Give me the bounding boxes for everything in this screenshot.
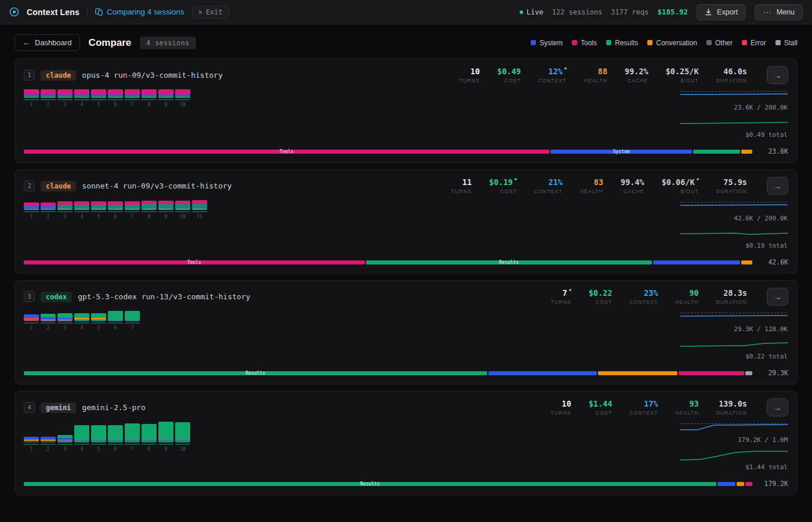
results-segment: [91, 313, 106, 318]
exit-button[interactable]: × Exit: [192, 6, 229, 19]
ellipsis-icon: ···: [763, 8, 772, 16]
turn-bar-stack: [41, 202, 56, 210]
stat-value: $0.19: [489, 178, 517, 186]
legend-item-system[interactable]: System: [531, 39, 563, 47]
turn-baseline: [91, 211, 106, 212]
stat-cost: $1.44COST: [589, 400, 612, 416]
turn-baseline: [108, 444, 123, 445]
session-index-badge: 4: [24, 402, 35, 413]
stat-value: $0.49: [497, 67, 521, 75]
tools-total-segment: [745, 482, 752, 486]
turn-baseline: [158, 444, 173, 445]
token-distribution-bar: ToolsResults: [24, 260, 752, 264]
turn-number: 6: [108, 447, 123, 452]
stat-label: COST: [596, 299, 612, 305]
turn-bar-stack: [108, 425, 123, 443]
turn-bar-stack: [91, 313, 106, 321]
back-to-dashboard-button[interactable]: ← Dashboard: [14, 34, 80, 51]
stat-value: 10: [470, 67, 480, 75]
stat-value: 10: [562, 400, 571, 408]
turn-baseline: [175, 444, 190, 445]
token-distribution-bar: ToolsSystem: [24, 150, 752, 154]
live-dot-icon: [520, 10, 523, 14]
session-card: 1 claude opus-4 run-09/v3-commit-history…: [14, 59, 798, 163]
turn-number: 1: [24, 102, 39, 107]
results-segment: [125, 423, 140, 439]
legend-item-other[interactable]: Other: [706, 39, 733, 47]
other-swatch: [706, 40, 712, 45]
results-total-segment: Results: [24, 371, 487, 375]
stat-duration: 28.3sDURATION: [716, 289, 747, 305]
legend-item-error[interactable]: Error: [742, 39, 766, 47]
turn-number: 5: [91, 214, 106, 219]
session-header: 2 claude sonnet-4 run-09/v3-commit-histo…: [24, 177, 788, 195]
turn-number: 3: [57, 325, 72, 331]
context-spark: 29.3K / 128.0K: [680, 311, 788, 338]
stat-label: CACHE: [628, 78, 648, 84]
turn-baseline: [158, 211, 173, 212]
teal-segment: [74, 209, 89, 210]
turn-bar-stack: [125, 311, 140, 321]
legend-item-conversation[interactable]: Conversation: [647, 39, 697, 47]
turn-baseline: [175, 211, 190, 212]
stat-label: HEALTH: [676, 299, 699, 305]
close-icon: ×: [198, 8, 202, 16]
total-tokens-value: 29.3K: [759, 369, 788, 377]
open-session-button[interactable]: →: [767, 177, 788, 195]
tools-segment: [175, 89, 190, 95]
stat-context: 17%CONTEXT: [630, 400, 658, 416]
cost-spark: $0.22 total: [680, 338, 788, 365]
total-cost: $185.92: [657, 8, 688, 16]
legend-item-stall[interactable]: Stall: [775, 39, 798, 47]
results-segment: [108, 311, 123, 319]
session-stats: 10TURNS$1.44COST17%CONTEXT93HEALTH139.0s…: [551, 400, 747, 416]
turn-bar-stack: [108, 89, 123, 98]
stat-label: COST: [505, 78, 521, 84]
open-session-button[interactable]: →: [767, 288, 788, 306]
comparing-sessions-link[interactable]: Comparing 4 sessions: [95, 8, 184, 16]
open-session-button[interactable]: →: [767, 66, 788, 84]
cost-spark: $0.49 total: [680, 117, 788, 144]
stat-label: CONTEXT: [630, 299, 658, 305]
results-total-segment: [693, 150, 740, 154]
turn-baseline: [142, 444, 157, 445]
system-total-segment: [717, 482, 735, 486]
turn-baseline: [41, 444, 56, 445]
stat-health: 88HEALTH: [584, 67, 607, 84]
turn-bar-stack: [158, 422, 173, 443]
turn-bar-stack: [24, 202, 39, 210]
open-session-button[interactable]: →: [767, 398, 788, 416]
turn-number: 4: [74, 214, 89, 219]
stat-value: 83: [594, 178, 603, 186]
turn-bar-stack: [57, 313, 72, 321]
legend-item-results[interactable]: Results: [606, 39, 638, 47]
turn-bar: 7: [125, 201, 140, 219]
menu-button[interactable]: ··· Menu: [755, 4, 803, 20]
turn-bar-stack: [74, 201, 89, 210]
teal-segment: [91, 440, 106, 443]
session-stats: 10TURNS$0.49COST12%CONTEXT88HEALTH99.2%C…: [459, 67, 747, 84]
turn-baseline: [108, 99, 123, 100]
legend-label: System: [539, 39, 563, 47]
turn-bar: 4: [74, 425, 89, 452]
session-body: 1234567891011 42.6K / 200.0K $0.19 total: [24, 200, 788, 253]
best-indicator-dot: [697, 178, 699, 180]
tools-segment: [57, 89, 72, 95]
turn-bar: 9: [158, 422, 173, 452]
context-usage-label: 23.6K / 200.0K: [680, 104, 788, 111]
provider-badge: codex: [41, 292, 72, 302]
teal-segment: [74, 96, 89, 98]
turn-bar-stack: [24, 314, 39, 321]
legend-label: Other: [715, 39, 733, 47]
sparklines: 23.6K / 200.0K $0.49 total: [680, 89, 788, 144]
turn-baseline: [175, 99, 190, 100]
turn-bars-chart: 1234567: [24, 311, 140, 331]
stat-cache: 99.4%CACHE: [621, 178, 644, 194]
export-button[interactable]: Export: [697, 4, 746, 20]
turn-bar-stack: [175, 201, 190, 210]
turn-baseline: [91, 99, 106, 100]
legend-item-tools[interactable]: Tools: [572, 39, 597, 47]
turn-bars-chart: 12345678910: [24, 89, 190, 107]
context-usage-label: 29.3K / 128.0K: [680, 325, 788, 333]
top-bar: Context Lens Comparing 4 sessions × Exit…: [0, 0, 812, 24]
